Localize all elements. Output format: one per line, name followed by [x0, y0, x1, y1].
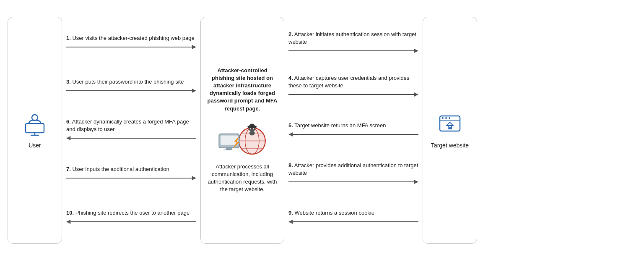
arrow-row-1: 1. User visits the attacker-created phis…	[66, 23, 196, 63]
user-box: User	[8, 17, 62, 244]
arrow-8-label: 8. Attacker provides additional authenti…	[288, 162, 418, 176]
arrow-8-text: Attacker provides additional authenticat…	[288, 162, 418, 176]
svg-marker-40	[288, 220, 293, 224]
left-arrows-section: 1. User visits the attacker-created phis…	[62, 17, 200, 244]
svg-rect-22	[226, 148, 232, 150]
arrow-row-10: 10. Phishing site redirects the user to …	[66, 197, 196, 237]
arrow-7-text: User inputs the additional authenticatio…	[72, 166, 169, 172]
phishing-box: Attacker-controlled phishing site hosted…	[200, 17, 284, 244]
arrow-6-label: 6. Attacker dynamically creates a forged…	[66, 118, 196, 133]
arrow-5-line	[288, 131, 418, 138]
svg-point-30	[249, 131, 255, 135]
arrow-10-label: 10. Phishing site redirects the user to …	[66, 209, 190, 217]
arrow-7-line	[66, 174, 196, 182]
svg-rect-21	[221, 135, 238, 144]
arrow-6-line	[66, 134, 196, 142]
arrow-5-text: Target website returns an MFA screen	[294, 122, 386, 129]
svg-marker-5	[192, 45, 196, 49]
svg-rect-27	[249, 123, 255, 127]
arrow-10-text: Phishing site redirects the user to anot…	[75, 210, 190, 216]
target-label: Target website	[431, 142, 469, 149]
phishing-title: Attacker-controlled phishing site hosted…	[207, 67, 278, 113]
arrow-4-label: 4. Attacker captures user credentials an…	[288, 74, 418, 89]
svg-marker-11	[192, 176, 196, 180]
svg-point-45	[449, 117, 450, 119]
arrow-row-7: 7. User inputs the additional authentica…	[66, 154, 196, 194]
svg-marker-34	[414, 92, 418, 97]
svg-point-29	[253, 128, 254, 129]
arrow-2-line	[288, 47, 418, 55]
arrow-row-4: 4. Attacker captures user credentials an…	[288, 66, 418, 106]
svg-marker-38	[414, 180, 418, 184]
attacker-illustration	[215, 117, 270, 159]
user-label: User	[29, 142, 41, 149]
arrow-1-text: User visits the attacker-created phishin…	[72, 35, 194, 41]
arrow-9-text: Website returns a session cookie	[294, 210, 374, 216]
arrow-3-label: 3. User puts their password into the phi…	[66, 78, 184, 86]
arrow-4-text: Attacker captures user credentials and p…	[288, 75, 409, 89]
user-icon	[22, 112, 47, 139]
arrow-3-text: User puts their password into the phishi…	[72, 79, 184, 85]
arrow-6-text: Attacker dynamically creates a forged MF…	[66, 118, 189, 132]
target-box: Target website	[423, 17, 477, 244]
target-website-icon	[437, 112, 462, 139]
phishing-content: Attacker-controlled phishing site hosted…	[201, 63, 284, 198]
arrow-row-2: 2. Attacker initiates authentication ses…	[288, 23, 418, 63]
arrow-10-line	[66, 218, 196, 226]
svg-rect-47	[449, 127, 451, 129]
right-arrows-section: 2. Attacker initiates authentication ses…	[284, 17, 423, 244]
svg-marker-9	[66, 136, 70, 140]
arrow-1-label: 1. User visits the attacker-created phis…	[66, 34, 195, 42]
svg-marker-36	[288, 132, 293, 137]
arrow-row-3: 3. User puts their password into the phi…	[66, 66, 196, 106]
diagram: User 1. User visits the attacker-created…	[8, 6, 636, 254]
arrow-row-6: 6. Attacker dynamically creates a forged…	[66, 110, 196, 150]
arrow-9-label: 9. Website returns a session cookie	[288, 209, 374, 217]
svg-marker-32	[414, 49, 418, 53]
arrow-row-5: 5. Target website returns an MFA screen	[288, 110, 418, 150]
arrow-7-label: 7. User inputs the additional authentica…	[66, 165, 169, 173]
arrow-row-9: 9. Website returns a session cookie	[288, 197, 418, 237]
arrow-4-line	[288, 91, 418, 98]
arrow-1-line	[66, 43, 196, 51]
arrow-2-text: Attacker initiates authentication sessio…	[288, 31, 416, 45]
arrow-9-line	[288, 218, 418, 226]
svg-point-44	[445, 117, 447, 119]
svg-point-28	[250, 128, 251, 129]
phishing-subtitle: Attacker processes all communication, in…	[207, 163, 278, 194]
svg-marker-13	[66, 220, 70, 224]
svg-rect-0	[26, 123, 44, 133]
arrow-row-8: 8. Attacker provides additional authenti…	[288, 154, 418, 194]
svg-point-43	[442, 117, 444, 119]
arrow-2-label: 2. Attacker initiates authentication ses…	[288, 31, 418, 45]
arrow-5-label: 5. Target website returns an MFA screen	[288, 122, 386, 129]
arrow-3-line	[66, 87, 196, 95]
arrow-8-line	[288, 178, 418, 186]
svg-marker-7	[192, 89, 196, 93]
